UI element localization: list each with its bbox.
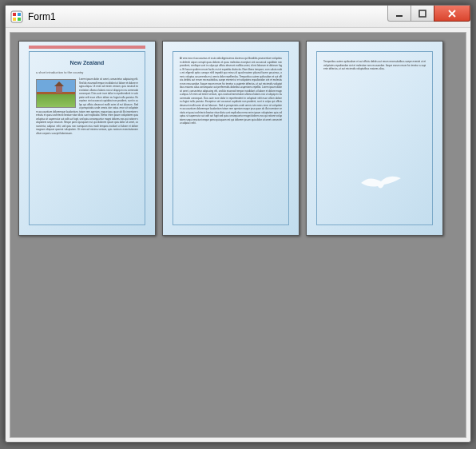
page-content-frame: Temporibus autem quibusdam et aut offici… [316, 51, 433, 225]
page-thumbnail-2[interactable]: At vero eos et accusamus et iusto odio d… [162, 41, 299, 236]
close-button[interactable] [434, 6, 470, 22]
svg-rect-5 [396, 15, 403, 17]
window-title: Form1 [28, 11, 56, 22]
app-icon [10, 10, 23, 23]
document-subtitle: a short introduction to the country [36, 70, 138, 74]
page-body-text: Lorem ipsum dolor sit amet, consectetur … [36, 77, 138, 135]
svg-rect-4 [18, 18, 21, 21]
page-body-text: At vero eos et accusamus et iusto odio d… [180, 57, 282, 125]
svg-rect-3 [13, 18, 16, 21]
svg-rect-6 [419, 10, 426, 17]
page-thumbnail-3[interactable]: Temporibus autem quibusdam et aut offici… [306, 41, 443, 236]
document-viewport[interactable]: New Zealand a short introduction to the … [10, 32, 466, 438]
page-thumbnail-1[interactable]: New Zealand a short introduction to the … [18, 41, 156, 236]
minimize-button[interactable] [387, 6, 411, 22]
page-header-bar [29, 46, 145, 49]
page-content-frame: At vero eos et accusamus et iusto odio d… [173, 51, 289, 225]
bird-icon [357, 169, 405, 193]
page-content-frame: New Zealand a short introduction to the … [29, 51, 145, 225]
document-title: New Zealand [36, 60, 138, 66]
titlebar[interactable]: Form1 [6, 6, 470, 28]
page-body-text: Temporibus autem quibusdam et aut offici… [323, 60, 426, 71]
svg-rect-1 [13, 13, 16, 16]
app-window: Form1 New Zealand a short introduction t… [5, 5, 471, 443]
maximize-button[interactable] [411, 6, 434, 22]
window-controls [388, 6, 470, 22]
inline-image [36, 79, 76, 108]
svg-rect-2 [18, 13, 21, 16]
